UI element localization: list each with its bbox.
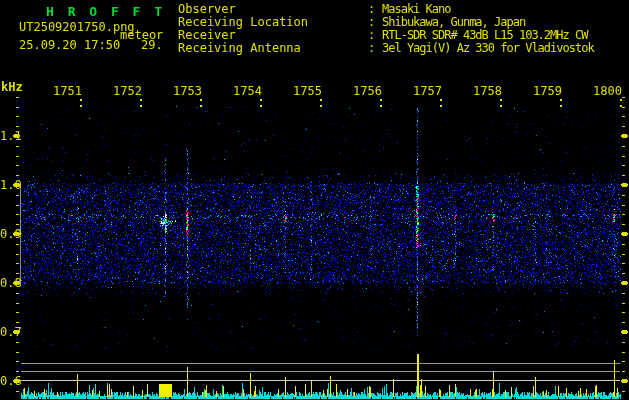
time-label-1753: 1753 — [173, 84, 202, 98]
datetime-label: 25.09.20 17:50 — [19, 39, 120, 52]
time-label-1752: 1752 — [113, 84, 142, 98]
freq-label-1.1: 1.1 — [0, 129, 19, 143]
station-info: Observer:Masaki KanoReceiving Location:S… — [178, 3, 629, 55]
time-label-1800: 1800 — [593, 84, 622, 98]
info-row-receiving-antenna: Receiving Antenna:3el Yagi(V) Az 330 for… — [178, 42, 629, 55]
freq-label-0.9: 0.9 — [0, 227, 19, 241]
output-filename: UT2509201750.png — [19, 21, 135, 34]
spectrogram-canvas — [0, 0, 629, 400]
hrofft-window: H R O F F T UT2509201750.png meteor 25.0… — [0, 0, 629, 400]
time-label-1754: 1754 — [233, 84, 262, 98]
freq-unit-label: kHz — [1, 81, 23, 94]
freq-label-0.7: 0.7 — [0, 325, 19, 339]
info-separator: : — [368, 42, 382, 55]
time-label-1751: 1751 — [53, 84, 82, 98]
info-label: Receiving Antenna — [178, 42, 368, 55]
freq-label-0.6: 0.6 — [0, 374, 19, 388]
freq-label-1.0: 1.0 — [0, 178, 19, 192]
app-title: H R O F F T — [46, 4, 165, 19]
freq-label-0.8: 0.8 — [0, 276, 19, 290]
time-label-1756: 1756 — [353, 84, 382, 98]
time-label-1757: 1757 — [413, 84, 442, 98]
time-label-1755: 1755 — [293, 84, 322, 98]
echo-count: 29. — [141, 39, 163, 52]
info-value: 3el Yagi(V) Az 330 for Vladivostok — [382, 42, 594, 55]
time-label-1758: 1758 — [473, 84, 502, 98]
time-label-1759: 1759 — [533, 84, 562, 98]
